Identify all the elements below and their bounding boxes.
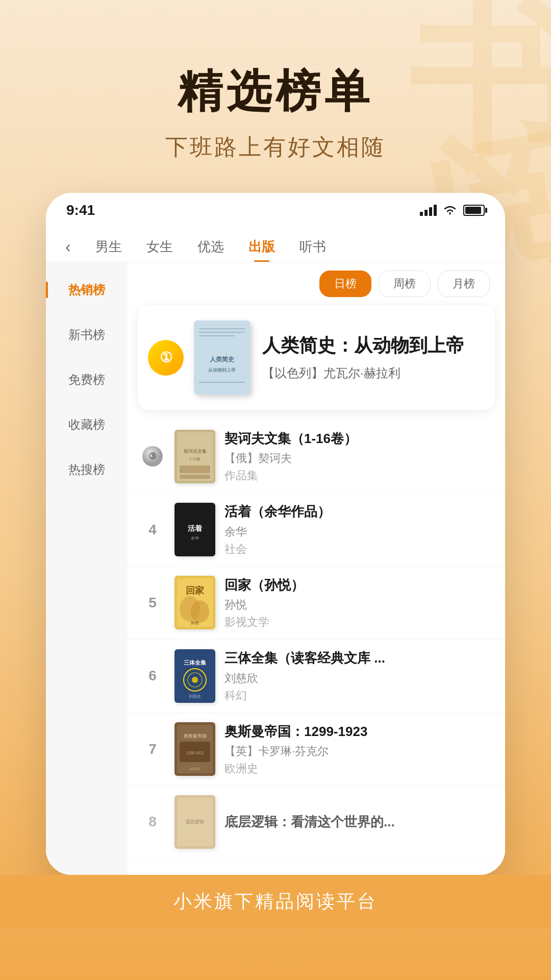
sidebar-item-new-books[interactable]: 新书榜	[46, 312, 128, 357]
featured-book-info: 人类简史：从动物到上帝 【以色列】尤瓦尔·赫拉利	[262, 334, 480, 381]
rank-num-5: 5	[140, 595, 165, 611]
svg-text:③: ③	[148, 451, 157, 461]
svg-text:人类简史: 人类简史	[209, 356, 235, 363]
svg-text:余华: 余华	[191, 536, 199, 541]
filter-tabs: 日榜 周榜 月榜	[128, 262, 505, 305]
rank-num-6: 6	[140, 668, 165, 684]
sidebar-item-free[interactable]: 免费榜	[46, 357, 128, 402]
book-list: ③ 契诃夫文集 1-16卷 契诃夫	[128, 420, 505, 859]
book-item-8[interactable]: 8 底层逻辑 底层逻辑：看清这个世界的...	[128, 786, 505, 859]
status-time: 9:41	[66, 202, 95, 218]
svg-point-28	[192, 677, 198, 683]
svg-text:底层逻辑: 底层逻辑	[186, 819, 204, 824]
tab-audio[interactable]: 听书	[289, 232, 336, 262]
rank-badge-1: ①	[148, 340, 184, 376]
svg-text:1-16卷: 1-16卷	[189, 457, 201, 461]
sidebar-item-hot-search[interactable]: 热搜榜	[46, 447, 128, 492]
svg-text:从动物到上帝: 从动物到上帝	[208, 367, 236, 373]
book-category-3: 作品集	[224, 468, 493, 483]
book-thumb-5: 回家 孙悦	[174, 576, 215, 629]
phone-mockup: 9:41 ‹ 男生 女生 优选 出版 听书	[46, 193, 505, 875]
book-category-4: 社会	[224, 542, 493, 557]
svg-text:刘慈欣: 刘慈欣	[189, 694, 201, 699]
main-content: 热销榜 新书榜 免费榜 收藏榜 热搜榜 日榜 周榜 月榜 ①	[46, 262, 505, 875]
tab-female[interactable]: 女生	[136, 232, 183, 262]
book-info-5: 回家（孙悦） 孙悦 影视文学	[224, 576, 493, 630]
book-author-5: 孙悦	[224, 597, 493, 612]
svg-rect-3	[199, 335, 235, 336]
book-thumb-7: 奥斯曼帝国 1299-1923 欧洲史	[174, 722, 215, 776]
book-item-7[interactable]: 7 奥斯曼帝国 1299-1923 欧洲史 奥斯曼帝国：1299-1923	[128, 713, 505, 786]
book-cover-1: 人类简史 从动物到上帝	[194, 321, 250, 395]
header-section: 精选榜单 下班路上有好文相随	[0, 0, 551, 193]
back-button[interactable]: ‹	[61, 233, 75, 260]
book-info-7: 奥斯曼帝国：1299-1923 【英】卡罗琳·芬克尔 欧洲史	[224, 722, 493, 776]
content-area: 日榜 周榜 月榜 ① 人类简史	[128, 262, 505, 875]
rank-num-8: 8	[140, 814, 165, 830]
svg-text:1299-1923: 1299-1923	[186, 751, 204, 755]
book-info-6: 三体全集（读客经典文库 ... 刘慈欣 科幻	[224, 649, 493, 703]
tab-publish[interactable]: 出版	[238, 232, 285, 262]
book-info-4: 活着（余华作品） 余华 社会	[224, 502, 493, 556]
svg-rect-14	[180, 475, 210, 479]
sidebar-item-hot-sales[interactable]: 热销榜	[46, 267, 128, 312]
book-thumb-8: 底层逻辑	[174, 795, 215, 849]
featured-book-title: 人类简史：从动物到上帝	[262, 334, 480, 358]
featured-book-card[interactable]: ① 人类简史 从动物到上帝	[138, 305, 495, 410]
book-thumb-6: 三体全集 刘慈欣	[174, 649, 215, 703]
book-title-5: 回家（孙悦）	[224, 576, 493, 594]
svg-text:三体全集: 三体全集	[184, 659, 207, 666]
wifi-icon	[443, 205, 457, 216]
book-info-8: 底层逻辑：看清这个世界的...	[224, 813, 493, 831]
nav-tabs: ‹ 男生 女生 优选 出版 听书	[46, 224, 505, 262]
book-title-7: 奥斯曼帝国：1299-1923	[224, 722, 493, 741]
featured-book-author: 【以色列】尤瓦尔·赫拉利	[262, 365, 480, 381]
book-title-8: 底层逻辑：看清这个世界的...	[224, 813, 493, 831]
page-title: 精选榜单	[0, 61, 551, 122]
book-title-6: 三体全集（读客经典文库 ...	[224, 649, 493, 667]
svg-rect-6	[199, 382, 245, 383]
svg-rect-2	[199, 332, 245, 333]
svg-text:孙悦: 孙悦	[191, 621, 199, 625]
app-footer: 小米旗下精品阅读平台	[0, 875, 551, 928]
book-thumb-3: 契诃夫文集 1-16卷	[174, 430, 215, 483]
book-author-3: 【俄】契诃夫	[224, 451, 493, 466]
sidebar: 热销榜 新书榜 免费榜 收藏榜 热搜榜	[46, 262, 128, 875]
svg-text:活着: 活着	[188, 524, 202, 532]
book-title-3: 契诃夫文集（1-16卷）	[224, 429, 493, 448]
footer-text: 小米旗下精品阅读平台	[14, 889, 537, 914]
rank-medal-3: ③	[140, 444, 165, 469]
book-category-6: 科幻	[224, 688, 493, 703]
svg-text:奥斯曼帝国: 奥斯曼帝国	[184, 733, 207, 739]
filter-daily[interactable]: 日榜	[319, 271, 371, 297]
book-category-5: 影视文学	[224, 615, 493, 630]
svg-text:欧洲史: 欧洲史	[190, 767, 201, 771]
svg-text:契诃夫文集: 契诃夫文集	[184, 449, 207, 454]
rank-num-4: 4	[140, 522, 165, 538]
book-author-7: 【英】卡罗琳·芬克尔	[224, 744, 493, 759]
book-item-5[interactable]: 5 回家 孙悦 回家（孙悦） 孙悦	[128, 567, 505, 640]
book-item-4[interactable]: 4 活着 余华 活着（余华作品） 余华 社会	[128, 493, 505, 566]
signal-icon	[420, 205, 437, 216]
battery-icon	[463, 205, 485, 216]
svg-point-22	[191, 600, 209, 623]
status-bar: 9:41	[46, 193, 505, 224]
book-title-4: 活着（余华作品）	[224, 502, 493, 521]
book-item-6[interactable]: 6 三体全集 刘慈欣 三体全集（读客经典文库 ... 刘慈	[128, 640, 505, 713]
svg-text:回家: 回家	[186, 585, 205, 596]
filter-monthly[interactable]: 月榜	[438, 271, 490, 297]
page-subtitle: 下班路上有好文相随	[0, 132, 551, 162]
book-item-3[interactable]: ③ 契诃夫文集 1-16卷 契诃夫	[128, 420, 505, 493]
rank-num-7: 7	[140, 741, 165, 757]
book-category-7: 欧洲史	[224, 761, 493, 776]
status-icons	[420, 205, 485, 216]
tab-male[interactable]: 男生	[85, 232, 132, 262]
sidebar-item-favorites[interactable]: 收藏榜	[46, 402, 128, 447]
book-author-4: 余华	[224, 524, 493, 540]
filter-weekly[interactable]: 周榜	[379, 271, 431, 297]
tab-selected[interactable]: 优选	[187, 232, 234, 262]
svg-rect-13	[180, 465, 210, 473]
book-info-3: 契诃夫文集（1-16卷） 【俄】契诃夫 作品集	[224, 429, 493, 483]
book-author-6: 刘慈欣	[224, 671, 493, 686]
book-thumb-4: 活着 余华	[174, 503, 215, 556]
